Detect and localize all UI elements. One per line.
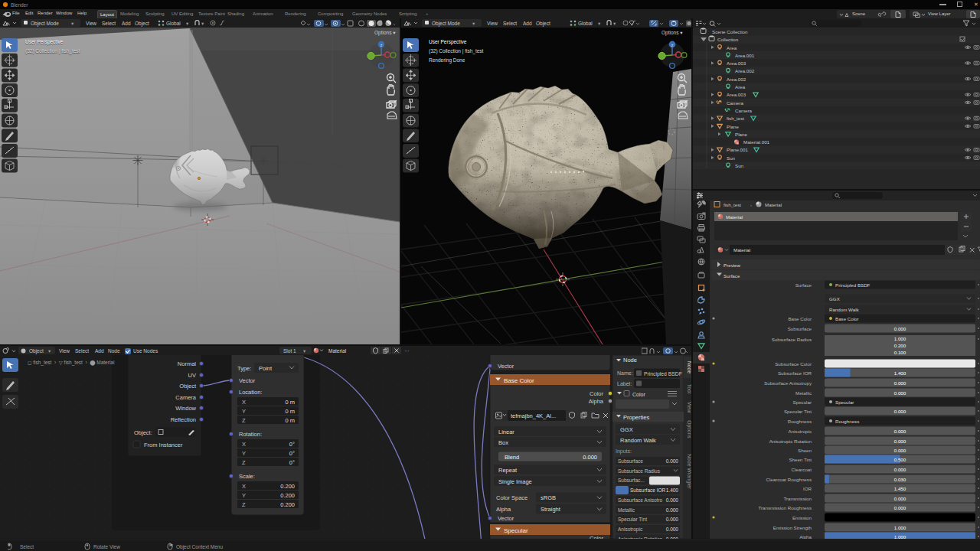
svg-text:GGX: GGX — [620, 426, 633, 433]
svg-text:0.500: 0.500 — [894, 457, 906, 462]
svg-text:Clearcoat Roughness: Clearcoat Roughness — [766, 477, 812, 482]
svg-text:1.400: 1.400 — [894, 370, 906, 376]
svg-text:Select: Select — [20, 544, 34, 549]
svg-text:fish_test: fish_test — [727, 116, 744, 121]
svg-text:Vector: Vector — [498, 515, 514, 522]
svg-text:Z: Z — [242, 459, 246, 466]
svg-text:Anisotropic Rotation: Anisotropic Rotation — [618, 536, 663, 539]
svg-text:Base Color: Base Color — [835, 316, 859, 321]
svg-text:0.000: 0.000 — [666, 507, 679, 513]
svg-text:Scale:: Scale: — [239, 473, 255, 480]
svg-text:Inputs:: Inputs: — [616, 448, 632, 455]
svg-text:0.000: 0.000 — [666, 527, 679, 532]
svg-text:z: z — [671, 43, 674, 47]
svg-text:Object:: Object: — [134, 429, 152, 436]
svg-text:0.000: 0.000 — [894, 439, 906, 444]
svg-text:Z: Z — [242, 417, 246, 424]
svg-text:0.200: 0.200 — [894, 343, 906, 348]
svg-text:Collection: Collection — [717, 37, 739, 42]
svg-text:Surface: Surface — [795, 282, 812, 288]
svg-text:Camera: Camera — [175, 394, 197, 401]
svg-text:0.000: 0.000 — [894, 390, 906, 396]
svg-text:Anisotropic: Anisotropic — [618, 527, 643, 533]
svg-text:0°: 0° — [289, 441, 295, 448]
svg-text:0.000: 0.000 — [894, 326, 906, 331]
svg-text:Vector: Vector — [239, 377, 256, 384]
svg-text:0.030: 0.030 — [894, 477, 906, 482]
svg-text:Alpha: Alpha — [799, 534, 812, 539]
svg-text:Roughness: Roughness — [835, 419, 859, 424]
svg-text:sRGB: sRGB — [541, 494, 556, 501]
svg-text:0.000: 0.000 — [894, 448, 906, 453]
svg-text:GGX: GGX — [829, 296, 840, 302]
svg-text:0.000: 0.000 — [666, 517, 679, 522]
svg-text:Name:: Name: — [617, 370, 633, 376]
svg-text:1.450: 1.450 — [894, 486, 906, 491]
svg-text:Node: Node — [623, 357, 637, 364]
svg-text:Node Wrangler: Node Wrangler — [686, 454, 691, 489]
svg-text:Options: Options — [686, 420, 691, 439]
svg-text:Blend: Blend — [505, 454, 519, 461]
svg-text:Location:: Location: — [239, 389, 262, 396]
svg-text:0.000: 0.000 — [666, 497, 679, 503]
svg-text:0.100: 0.100 — [894, 350, 906, 355]
svg-text:Anisotropic: Anisotropic — [788, 429, 812, 434]
svg-text:0 m: 0 m — [285, 408, 295, 415]
svg-text:Surface: Surface — [724, 273, 740, 279]
svg-text:Linear: Linear — [498, 429, 514, 435]
svg-text:Node: Node — [687, 361, 691, 373]
svg-text:Emission: Emission — [792, 515, 812, 520]
svg-text:Reflection: Reflection — [171, 416, 196, 423]
svg-text:Subsurface IOR: Subsurface IOR — [630, 487, 666, 493]
svg-text:Specular: Specular — [793, 399, 812, 405]
svg-text:Color: Color — [590, 390, 603, 397]
svg-text:Subsurface: Subsurface — [618, 458, 643, 464]
svg-text:0.000: 0.000 — [894, 505, 906, 510]
svg-text:Specular: Specular — [504, 527, 528, 534]
svg-text:Color: Color — [590, 535, 603, 540]
svg-text:Repeat: Repeat — [498, 467, 518, 474]
svg-text:0°: 0° — [289, 459, 295, 466]
svg-text:Plane.001: Plane.001 — [727, 147, 748, 152]
svg-text:0.200: 0.200 — [280, 492, 295, 499]
svg-text:Random Walk: Random Walk — [620, 437, 656, 444]
svg-text:tefmajbn_4K_Al...: tefmajbn_4K_Al... — [511, 412, 556, 419]
svg-text:Y: Y — [242, 492, 246, 499]
svg-text:Preview: Preview — [724, 262, 741, 268]
svg-text:0.000: 0.000 — [894, 409, 906, 414]
svg-text:Label:: Label: — [617, 381, 632, 386]
svg-text:Vector: Vector — [498, 363, 514, 370]
svg-text:Plane: Plane — [735, 132, 747, 137]
svg-text:Y: Y — [242, 408, 246, 415]
svg-text:0 m: 0 m — [285, 399, 295, 406]
svg-text:View: View — [687, 402, 691, 413]
svg-text:Anisotropic Rotation: Anisotropic Rotation — [769, 439, 812, 444]
svg-text:Subsurface Anisotropy: Subsurface Anisotropy — [764, 380, 812, 386]
svg-text:Area.003: Area.003 — [727, 60, 746, 66]
svg-text:Object Context Menu: Object Context Menu — [176, 544, 223, 550]
svg-text:Subsurface Radius: Subsurface Radius — [618, 468, 661, 474]
svg-text:Area.003: Area.003 — [727, 92, 746, 97]
svg-text:Sheen: Sheen — [798, 448, 812, 453]
svg-text:Properties: Properties — [623, 414, 649, 421]
svg-text:0.200: 0.200 — [280, 501, 295, 508]
svg-text:Point: Point — [259, 365, 273, 372]
svg-text:Alpha: Alpha — [589, 398, 604, 405]
svg-text:Clearcoat: Clearcoat — [792, 467, 812, 472]
svg-text:X: X — [242, 441, 246, 448]
svg-text:Camera: Camera — [735, 108, 753, 113]
svg-text:Straight: Straight — [541, 506, 561, 513]
svg-text:Area: Area — [735, 84, 746, 90]
svg-text:fish_test: fish_test — [724, 202, 741, 207]
svg-text:Camera: Camera — [727, 100, 744, 106]
svg-text:Type:: Type: — [237, 365, 251, 372]
svg-text:Area: Area — [727, 45, 737, 51]
svg-text:Transmission: Transmission — [783, 496, 812, 501]
svg-text:Subsurface: Subsurface — [788, 326, 812, 331]
svg-text:Window: Window — [175, 405, 196, 412]
svg-text:Subsurface Anisotro: Subsurface Anisotro — [618, 497, 663, 503]
svg-text:0.000: 0.000 — [894, 429, 906, 434]
svg-text:Emission Strength: Emission Strength — [773, 525, 812, 530]
svg-text:Scene Collection: Scene Collection — [712, 29, 748, 34]
svg-text:Subsurface IOR: Subsurface IOR — [778, 370, 812, 376]
